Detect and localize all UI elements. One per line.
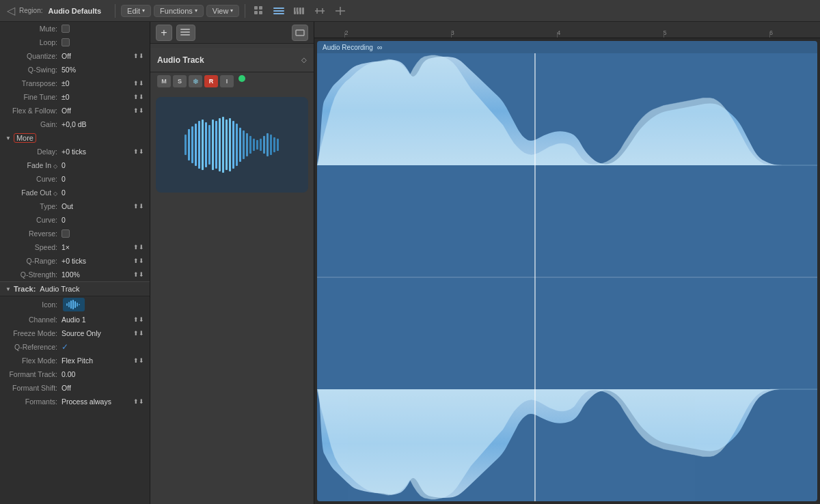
delay-stepper[interactable]: ⬆⬇ <box>133 148 144 155</box>
gain-value[interactable]: +0,0 dB <box>62 120 144 128</box>
mute-track-btn[interactable]: M <box>157 75 171 87</box>
track-size-btn[interactable] <box>292 25 308 41</box>
ruler-tick-2 <box>344 32 345 38</box>
input-track-btn[interactable]: I <box>220 75 234 87</box>
curve2-value[interactable]: 0 <box>62 216 144 224</box>
finetune-label: Fine Tune: <box>0 93 62 101</box>
quantize-value[interactable]: Off <box>62 52 131 60</box>
svg-rect-36 <box>208 125 210 165</box>
svg-rect-46 <box>243 130 245 159</box>
svg-rect-11 <box>295 8 297 12</box>
flex-stepper[interactable]: ⬆⬇ <box>133 107 144 114</box>
formantshift-value[interactable]: Off <box>62 384 144 392</box>
freeze-label: Freeze Mode: <box>0 329 62 337</box>
fadein-value[interactable]: 0 <box>62 161 144 169</box>
svg-rect-4 <box>273 8 284 9</box>
edit-menu-btn[interactable]: Edit ▾ <box>121 5 151 17</box>
delay-label: Delay: <box>0 148 62 156</box>
reverse-checkbox[interactable] <box>62 229 70 238</box>
quantize-stepper[interactable]: ⬆⬇ <box>133 53 144 59</box>
freeze-track-btn[interactable]: ❄ <box>189 75 202 87</box>
qref-row: Q-Reference: ✓ <box>0 340 150 354</box>
type-value[interactable]: Out <box>62 202 131 210</box>
track-icon-preview[interactable] <box>63 298 85 311</box>
transpose-stepper[interactable]: ⬆⬇ <box>133 80 144 87</box>
flexmode-stepper[interactable]: ⬆⬇ <box>133 357 144 364</box>
svg-rect-5 <box>273 10 284 12</box>
waveform-panel: 2 3 4 5 6 Audio Recording ∞ <box>314 22 820 504</box>
loop-checkbox[interactable] <box>62 38 70 46</box>
waveform-region[interactable]: Audio Recording ∞ <box>317 41 817 501</box>
qswing-value[interactable]: 50% <box>62 66 144 74</box>
speed-stepper[interactable]: ⬆⬇ <box>133 244 144 251</box>
qrange-value[interactable]: +0 ticks <box>62 257 131 265</box>
flex-value[interactable]: Off <box>62 107 131 115</box>
add-track-btn[interactable]: + <box>156 25 172 41</box>
list-view-btn[interactable] <box>270 4 288 18</box>
freeze-value[interactable]: Source Only <box>62 329 131 337</box>
qrange-stepper[interactable]: ⬆⬇ <box>133 257 144 264</box>
svg-rect-30 <box>188 129 190 160</box>
fadeout-value[interactable]: 0 <box>62 188 144 197</box>
speed-row: Speed: 1× ⬆⬇ <box>0 240 150 254</box>
flexmode-value[interactable]: Flex Pitch <box>62 356 131 365</box>
channel-stepper[interactable]: ⬆⬇ <box>133 316 144 323</box>
ruler-tick-3 <box>451 32 452 38</box>
speed-value[interactable]: 1× <box>62 243 131 251</box>
left-panel: Mute: Loop: Quantize: Off ⬆⬇ Q-Swing: 50… <box>0 22 150 504</box>
gain-row: Gain: +0,0 dB <box>0 117 150 131</box>
qstrength-value[interactable]: 100% <box>62 270 131 279</box>
piano-btn[interactable] <box>290 4 308 18</box>
loop-icon: ∞ <box>377 43 383 51</box>
qstrength-stepper[interactable]: ⬆⬇ <box>133 271 144 278</box>
svg-rect-50 <box>256 140 258 150</box>
waveform-container[interactable]: Audio Recording ∞ <box>314 38 820 504</box>
curve1-label: Curve: <box>0 175 62 183</box>
record-track-btn[interactable]: R <box>204 75 218 87</box>
track-section-header[interactable]: ▼ Track: Audio Track <box>0 281 150 296</box>
svg-rect-9 <box>299 8 301 14</box>
svg-rect-32 <box>195 124 197 166</box>
icon-label: Icon: <box>0 300 62 309</box>
icon-row: Icon: <box>0 296 150 313</box>
transpose-value[interactable]: ±0 <box>62 79 131 87</box>
delay-value[interactable]: +0 ticks <box>62 148 131 156</box>
svg-rect-35 <box>205 122 207 167</box>
svg-rect-42 <box>229 118 231 171</box>
type-stepper[interactable]: ⬆⬇ <box>133 203 144 210</box>
snap-btn[interactable] <box>311 4 329 18</box>
svg-rect-25 <box>180 29 190 30</box>
nav-back-btn[interactable]: ◁ <box>5 3 16 18</box>
formants-value[interactable]: Process always <box>62 397 131 406</box>
formanttrack-row: Formant Track: 0.00 <box>0 367 150 381</box>
finetune-value[interactable]: ±0 <box>62 93 131 101</box>
toolbar-sep-2 <box>245 4 245 18</box>
waveform-svg <box>317 53 817 501</box>
finetune-stepper[interactable]: ⬆⬇ <box>133 94 144 100</box>
reverse-row: Reverse: <box>0 227 150 240</box>
svg-rect-48 <box>249 136 251 154</box>
formants-stepper[interactable]: ⬆⬇ <box>133 398 144 405</box>
qref-checkbox[interactable]: ✓ <box>62 342 68 352</box>
channel-value[interactable]: Audio 1 <box>62 316 131 324</box>
solo-track-btn[interactable]: S <box>173 75 187 87</box>
svg-rect-41 <box>226 120 228 170</box>
crosshair-btn[interactable] <box>331 4 349 18</box>
region-label: Region: <box>19 7 42 14</box>
curve1-value[interactable]: 0 <box>62 175 144 183</box>
delay-row: Delay: +0 ticks ⬆⬇ <box>0 145 150 158</box>
track-list-btn[interactable] <box>176 25 195 41</box>
functions-menu-btn[interactable]: Functions ▾ <box>154 5 204 17</box>
freeze-stepper[interactable]: ⬆⬇ <box>133 330 144 337</box>
fadein-label: Fade In ◇ <box>0 161 62 169</box>
more-section-btn[interactable]: ▼ More <box>0 131 150 145</box>
view-menu-btn[interactable]: View ▾ <box>206 5 240 17</box>
formanttrack-value[interactable]: 0.00 <box>62 370 144 378</box>
mute-checkbox[interactable] <box>62 25 70 33</box>
svg-rect-23 <box>77 303 78 307</box>
svg-rect-55 <box>273 137 275 152</box>
grid-icon-btn[interactable] <box>251 4 267 18</box>
formanttrack-label: Formant Track: <box>0 370 62 378</box>
fadeout-row: Fade Out ◇ 0 <box>0 186 150 199</box>
gain-label: Gain: <box>0 120 62 128</box>
